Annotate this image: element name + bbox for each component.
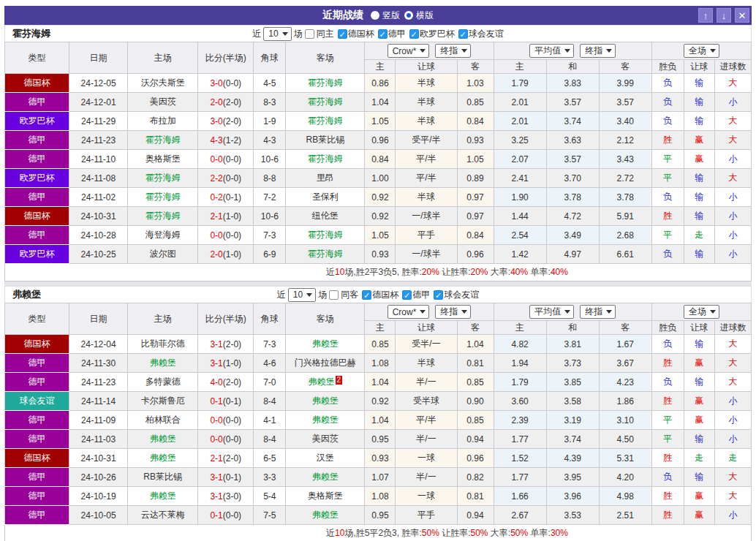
sub-col-header: 让球: [396, 321, 457, 335]
same-venue-label[interactable]: 同客: [341, 289, 358, 301]
summary-text: 近: [326, 267, 335, 277]
team-link: 奥格斯堡: [145, 154, 181, 164]
result-winloss: 平: [651, 169, 684, 188]
col-header: 比分(半场): [198, 42, 254, 74]
league-checkbox[interactable]: ✓: [362, 290, 371, 300]
team-link: 弗赖堡: [312, 415, 339, 425]
close-icon: ✕: [738, 10, 746, 21]
avg-away-odds: 3.40: [599, 112, 651, 131]
average-select[interactable]: 平均值: [529, 44, 574, 58]
match-type-badge: 德国杯: [5, 207, 69, 226]
league-checkbox[interactable]: ✓: [338, 29, 347, 39]
league-label[interactable]: 德甲: [412, 289, 430, 301]
avg-home-odds: 1.77: [494, 430, 546, 449]
league-checkbox[interactable]: ✓: [434, 290, 443, 300]
fulltime-score: 3-0: [210, 78, 222, 88]
result-handicap: 赢: [684, 411, 714, 430]
match-count-select[interactable]: 10: [263, 27, 291, 41]
league-label[interactable]: 德国杯: [348, 28, 374, 40]
period-select[interactable]: 全场: [684, 44, 719, 58]
bookmaker-select[interactable]: Crow*: [388, 305, 430, 319]
result-handicap: 输: [684, 93, 714, 112]
match-date: 24-10-31: [69, 449, 128, 468]
avg-time-select[interactable]: 终指: [580, 305, 616, 319]
layout-option-label[interactable]: 竖版: [382, 10, 400, 22]
same-venue-checkbox[interactable]: [305, 29, 314, 39]
result-winloss: 负: [651, 373, 684, 392]
league-checkbox[interactable]: ✓: [378, 29, 388, 39]
league-label[interactable]: 欧罗巴杯: [420, 28, 455, 40]
sub-col-header: 胜负: [651, 321, 684, 335]
match-date: 24-10-05: [69, 506, 128, 525]
match-date: 24-11-29: [69, 112, 128, 131]
odds-home: 1.08: [365, 354, 396, 373]
team-link: 弗赖堡: [312, 472, 339, 482]
avg-draw-odds: 3.19: [546, 411, 599, 430]
match-score: 4-0(2-0): [198, 373, 254, 392]
odds-time-select[interactable]: 终指: [435, 44, 471, 58]
team-link: 比勒菲尔德: [141, 338, 185, 349]
col-header: 日期: [69, 303, 128, 335]
layout-option-label[interactable]: 横版: [416, 10, 434, 22]
match-date: 24-11-23: [69, 131, 128, 150]
sub-col-header: 主: [494, 321, 546, 335]
move-down-button[interactable]: ↓: [717, 8, 731, 23]
league-checkbox[interactable]: ✓: [458, 29, 468, 39]
avg-time-select[interactable]: 终指: [580, 44, 616, 58]
league-label[interactable]: 德甲: [388, 28, 406, 40]
league-label[interactable]: 球会友谊: [444, 289, 479, 301]
odds-time-select[interactable]: 终指: [435, 305, 471, 319]
league-checkbox[interactable]: ✓: [402, 290, 412, 300]
league-checkbox[interactable]: ✓: [409, 29, 419, 39]
summary-text: 50%: [470, 528, 488, 538]
match-row: 德国杯24-10-31弗赖堡2-1(2-0)6-5汉堡0.93一球0.961.5…: [5, 449, 752, 468]
fulltime-score: 0-2: [210, 192, 222, 203]
halftime-score: (1-0): [223, 358, 241, 368]
same-venue-label[interactable]: 同主: [317, 28, 334, 40]
result-handicap: 赢: [684, 506, 714, 525]
avg-draw-odds: 3.49: [546, 226, 599, 245]
avg-home-odds: 1.42: [494, 245, 546, 264]
layout-option-selected[interactable]: 横版: [404, 10, 434, 22]
odds-away: 0.97: [457, 188, 494, 207]
avg-draw-odds: 3.74: [546, 112, 599, 131]
odds-home: 0.92: [365, 207, 396, 226]
average-select[interactable]: 平均值: [529, 305, 574, 319]
period-select[interactable]: 全场: [684, 305, 719, 319]
avg-time-select-value: 终指: [585, 306, 602, 318]
odds-away: 0.94: [457, 430, 494, 449]
chevron-down-icon: [306, 293, 312, 297]
odds-handicap: 受平/半: [396, 131, 457, 150]
same-venue-checkbox[interactable]: [329, 290, 339, 300]
league-label[interactable]: 球会友谊: [469, 28, 504, 40]
team-link: 汉堡: [317, 453, 334, 463]
bookmaker-select-value: Crow*: [393, 307, 417, 317]
sub-col-header: 主: [365, 60, 396, 74]
match-score: 2-1(2-0): [198, 449, 254, 468]
radio-icon[interactable]: [404, 11, 413, 20]
move-up-button[interactable]: ↑: [698, 8, 713, 23]
odds-away: 0.94: [457, 506, 494, 525]
avg-draw-odds: 3.63: [546, 131, 599, 150]
avg-away-odds: 4.98: [599, 487, 651, 506]
close-button[interactable]: ✕: [735, 8, 749, 23]
result-winloss: 胜: [651, 487, 684, 506]
league-label[interactable]: 德国杯: [372, 289, 398, 301]
corner-score: 7-3: [254, 226, 286, 245]
layout-option-unselected[interactable]: 竖版: [371, 10, 400, 22]
match-count-select[interactable]: 10: [288, 288, 316, 302]
result-winloss: 负: [651, 245, 684, 264]
team-link: 美因茨: [312, 434, 339, 444]
match-row: 德甲24-11-30弗赖堡3-1(1-0)4-6门兴格拉德巴赫1.08半球0.8…: [5, 354, 752, 373]
col-header: 主场: [128, 42, 198, 74]
team-section: 霍芬海姆近10场同主✓德国杯✓德甲✓欧罗巴杯✓球会友谊类型日期主场比分(半场)角…: [4, 25, 752, 281]
result-winloss: 平: [651, 226, 684, 245]
corner-score: 3-3: [254, 468, 286, 487]
radio-icon[interactable]: [371, 11, 379, 20]
bookmaker-select[interactable]: Crow*: [388, 44, 430, 58]
match-row: 球会友谊24-11-14卡尔斯鲁厄0-1(0-1)8-4弗赖堡0.92受半球0.…: [5, 392, 752, 411]
match-date: 24-10-19: [69, 487, 128, 506]
match-row: 德甲24-11-10奥格斯堡0-0(0-0)10-6霍芬海姆0.84平/半1.0…: [5, 150, 752, 169]
team-section: 弗赖堡近10场同客✓德国杯✓德甲✓球会友谊类型日期主场比分(半场)角球客场Cro…: [4, 286, 752, 541]
sub-col-header: 客: [599, 60, 651, 74]
